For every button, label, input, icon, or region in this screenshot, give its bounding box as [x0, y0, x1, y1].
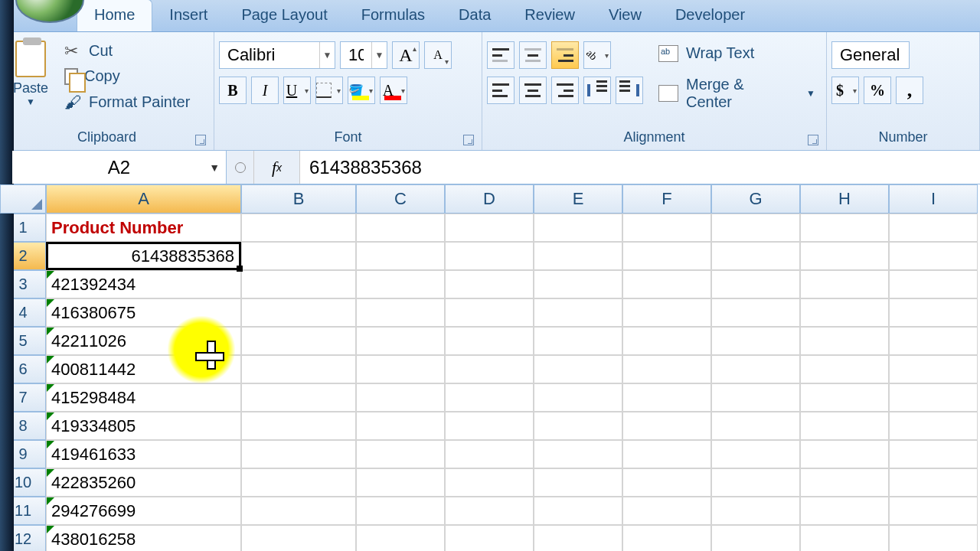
bold-button[interactable]: B: [219, 77, 247, 104]
grow-font-button[interactable]: A: [392, 41, 420, 69]
cell-H10[interactable]: [800, 468, 889, 497]
cell-G6[interactable]: [711, 355, 800, 383]
cell-E4[interactable]: [534, 298, 622, 327]
cell-I1[interactable]: [889, 214, 978, 242]
italic-button[interactable]: I: [251, 77, 279, 104]
cell-G7[interactable]: [711, 383, 800, 412]
fill-color-button[interactable]: 🪣: [348, 77, 375, 104]
cell-G2[interactable]: [711, 242, 800, 270]
orientation-button[interactable]: [583, 41, 611, 69]
cell-H9[interactable]: [800, 440, 889, 468]
wrap-text-button[interactable]: Wrap Text: [652, 41, 822, 65]
cell-F6[interactable]: [622, 355, 711, 383]
cell-F7[interactable]: [622, 383, 711, 412]
cell-C11[interactable]: [356, 497, 445, 525]
align-left-button[interactable]: [487, 77, 514, 104]
cell-G10[interactable]: [711, 468, 800, 497]
tab-home[interactable]: Home: [77, 0, 152, 31]
comma-button[interactable]: [896, 77, 923, 104]
align-right-button[interactable]: [551, 77, 579, 104]
cell-D11[interactable]: [445, 497, 534, 525]
cell-E5[interactable]: [534, 327, 622, 355]
format-painter-button[interactable]: Format Painter: [60, 91, 194, 112]
cell-D6[interactable]: [445, 355, 534, 383]
cell-H11[interactable]: [800, 497, 889, 525]
cell-A3[interactable]: 421392434: [46, 270, 241, 298]
currency-button[interactable]: [831, 77, 859, 104]
underline-button[interactable]: U: [283, 77, 311, 104]
cell-I12[interactable]: [889, 525, 978, 551]
column-header-E[interactable]: E: [534, 184, 622, 214]
cell-E10[interactable]: [534, 468, 622, 497]
cell-C3[interactable]: [356, 270, 445, 298]
cell-H7[interactable]: [800, 383, 889, 412]
align-middle-button[interactable]: [519, 41, 547, 69]
tab-data[interactable]: Data: [442, 0, 508, 31]
dialog-launcher-icon[interactable]: [463, 135, 474, 145]
chevron-down-icon[interactable]: ▼: [806, 88, 815, 99]
cell-B5[interactable]: [241, 327, 356, 355]
cell-A12[interactable]: 438016258: [46, 525, 241, 551]
cell-A8[interactable]: 419334805: [46, 412, 241, 440]
cell-I6[interactable]: [889, 355, 978, 383]
percent-button[interactable]: [864, 77, 891, 104]
cell-I8[interactable]: [889, 412, 978, 440]
cell-C2[interactable]: [356, 242, 445, 270]
number-format-combo[interactable]: [831, 41, 910, 69]
cell-I2[interactable]: [889, 242, 978, 270]
cell-B10[interactable]: [241, 468, 356, 497]
cell-B11[interactable]: [241, 497, 356, 525]
cell-H2[interactable]: [800, 242, 889, 270]
cell-I7[interactable]: [889, 383, 978, 412]
select-all-corner[interactable]: [0, 184, 46, 214]
cell-D1[interactable]: [445, 214, 534, 242]
shrink-font-button[interactable]: A: [424, 41, 452, 69]
cell-D2[interactable]: [445, 242, 534, 270]
cell-G8[interactable]: [711, 412, 800, 440]
cell-G1[interactable]: [711, 214, 800, 242]
chevron-down-icon[interactable]: ▼: [209, 161, 220, 174]
cell-F12[interactable]: [622, 525, 711, 551]
font-name-combo[interactable]: ▼: [219, 41, 335, 69]
cell-A7[interactable]: 415298484: [46, 383, 241, 412]
cell-D9[interactable]: [445, 440, 534, 468]
cell-D12[interactable]: [445, 525, 534, 551]
copy-button[interactable]: Copy: [60, 66, 194, 86]
cell-C4[interactable]: [356, 298, 445, 327]
cell-I11[interactable]: [889, 497, 978, 525]
tab-page-layout[interactable]: Page Layout: [224, 0, 344, 31]
chevron-down-icon[interactable]: ▼: [26, 96, 35, 107]
tab-formulas[interactable]: Formulas: [345, 0, 442, 31]
cell-C8[interactable]: [356, 412, 445, 440]
cell-F5[interactable]: [622, 327, 711, 355]
cell-B8[interactable]: [241, 412, 356, 440]
tab-developer[interactable]: Developer: [658, 0, 762, 31]
decrease-indent-button[interactable]: [583, 77, 611, 104]
tab-view[interactable]: View: [592, 0, 658, 31]
cell-A2[interactable]: 61438835368: [46, 242, 241, 270]
cell-G9[interactable]: [711, 440, 800, 468]
cell-B7[interactable]: [241, 383, 356, 412]
cell-E11[interactable]: [534, 497, 622, 525]
fx-icon[interactable]: fx: [254, 151, 300, 184]
column-header-G[interactable]: G: [711, 184, 800, 214]
merge-center-button[interactable]: Merge & Center▼: [652, 73, 822, 114]
column-header-C[interactable]: C: [356, 184, 445, 214]
cell-G5[interactable]: [711, 327, 800, 355]
cell-E3[interactable]: [534, 270, 622, 298]
cell-F9[interactable]: [622, 440, 711, 468]
cell-I4[interactable]: [889, 298, 978, 327]
cell-F11[interactable]: [622, 497, 711, 525]
cell-F1[interactable]: [622, 214, 711, 242]
cell-C6[interactable]: [356, 355, 445, 383]
cell-A11[interactable]: 294276699: [46, 497, 241, 525]
chevron-down-icon[interactable]: ▼: [371, 42, 387, 68]
cell-E12[interactable]: [534, 525, 622, 551]
cell-H6[interactable]: [800, 355, 889, 383]
column-header-D[interactable]: D: [445, 184, 534, 214]
cell-F8[interactable]: [622, 412, 711, 440]
cell-D7[interactable]: [445, 383, 534, 412]
cell-B2[interactable]: [241, 242, 356, 270]
font-size-combo[interactable]: ▼: [340, 41, 387, 69]
cell-H4[interactable]: [800, 298, 889, 327]
